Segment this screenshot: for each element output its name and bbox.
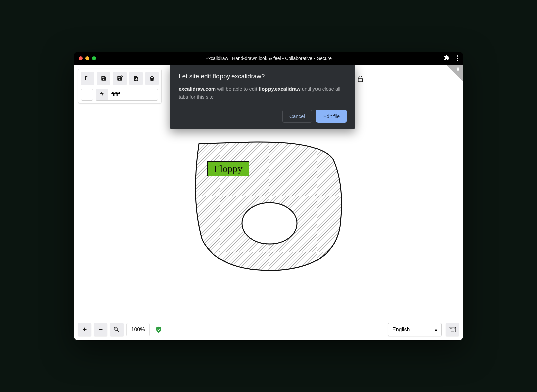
export-button[interactable]: [129, 72, 143, 85]
floppy-drawing[interactable]: Floppy: [192, 139, 345, 272]
chevron-up-icon: ▴: [435, 326, 437, 333]
dialog-filename: floppy.excalidraw: [259, 86, 301, 92]
close-window-button[interactable]: [79, 56, 83, 60]
file-edit-permission-dialog: Let site edit floppy.excalidraw? excalid…: [170, 65, 355, 129]
browser-window: Excalidraw | Hand-drawn look & feel • Co…: [74, 52, 463, 340]
language-value: English: [392, 327, 410, 333]
traffic-lights: [79, 56, 96, 60]
hash-prefix: #: [96, 89, 108, 101]
cancel-button[interactable]: Cancel: [282, 110, 312, 123]
shortcuts-button[interactable]: [446, 323, 459, 336]
zoom-level[interactable]: 100%: [126, 323, 150, 336]
top-toolbar: #: [78, 69, 162, 104]
zoom-in-button[interactable]: +: [78, 323, 91, 336]
plug-icon[interactable]: [455, 67, 461, 74]
page-title: Excalidraw | Hand-drawn look & feel • Co…: [74, 56, 463, 61]
clear-canvas-button[interactable]: [145, 72, 159, 85]
minimize-window-button[interactable]: [85, 56, 89, 60]
maximize-window-button[interactable]: [92, 56, 96, 60]
edit-file-button[interactable]: Edit file: [316, 110, 347, 123]
save-button[interactable]: [97, 72, 110, 85]
zoom-reset-button[interactable]: [110, 323, 124, 336]
footer-bar: + − 100% English ▴: [78, 323, 459, 336]
titlebar: Excalidraw | Hand-drawn look & feel • Co…: [74, 52, 463, 65]
shield-icon: [155, 326, 162, 333]
lock-open-icon[interactable]: [357, 75, 364, 83]
dialog-heading: Let site edit floppy.excalidraw?: [179, 73, 347, 80]
open-file-button[interactable]: [81, 72, 94, 85]
browser-menu-icon[interactable]: [457, 55, 458, 61]
svg-point-1: [242, 203, 297, 244]
save-as-button[interactable]: [113, 72, 127, 85]
floppy-label[interactable]: Floppy: [207, 161, 249, 176]
dialog-body: excalidraw.com will be able to edit flop…: [179, 85, 347, 101]
hex-color-input[interactable]: [108, 89, 158, 101]
dialog-site-name: excalidraw.com: [179, 86, 216, 92]
extensions-icon[interactable]: [444, 55, 450, 62]
color-swatch[interactable]: [81, 89, 93, 101]
app-viewport: # Let site edit floppy.excalidraw? excal…: [74, 65, 463, 340]
zoom-out-button[interactable]: −: [94, 323, 107, 336]
floppy-shape: [192, 139, 345, 272]
language-select[interactable]: English ▴: [388, 323, 442, 336]
